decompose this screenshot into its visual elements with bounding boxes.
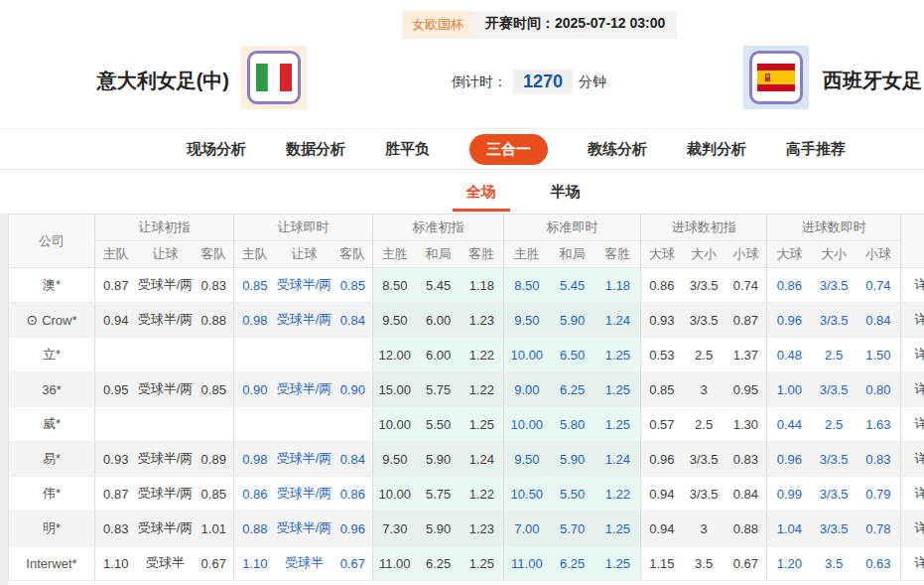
odds-cell: 8.50 bbox=[373, 268, 417, 303]
soccer-ball-icon: ⊙ bbox=[26, 312, 38, 328]
subtab-half-time[interactable]: 半场 bbox=[551, 171, 581, 214]
odds-cell: 10.00 bbox=[373, 407, 417, 442]
group-handicap-initial: 让球初指 bbox=[95, 215, 234, 241]
odds-cell: 1.18 bbox=[461, 268, 504, 303]
odds-cell: 6.25 bbox=[550, 372, 595, 407]
odds-cell: 受球半/两 bbox=[276, 372, 333, 407]
odds-cell bbox=[234, 407, 276, 442]
detail-link[interactable]: 详情 bbox=[901, 546, 924, 581]
group-standard-live: 标准即时 bbox=[504, 215, 641, 241]
detail-link[interactable]: 详情 bbox=[901, 303, 924, 338]
odds-cell: 10.50 bbox=[504, 477, 550, 512]
detail-link[interactable]: 详情 bbox=[901, 512, 924, 546]
col-draw: 和局 bbox=[550, 241, 595, 268]
odds-cell: 0.88 bbox=[234, 512, 276, 546]
odds-cell: 0.86 bbox=[234, 477, 276, 512]
odds-cell: 5.90 bbox=[550, 303, 595, 338]
tab-referee-analysis[interactable]: 裁判分析 bbox=[687, 140, 746, 159]
table-row: 澳*0.87受球半/两0.830.85受球半/两0.858.505.451.18… bbox=[9, 268, 924, 303]
odds-cell: 0.85 bbox=[195, 477, 234, 512]
odds-cell: 0.93 bbox=[641, 303, 683, 338]
odds-cell: 9.50 bbox=[373, 303, 417, 338]
odds-cell: 0.48 bbox=[767, 338, 812, 372]
odds-cell: 2.5 bbox=[812, 407, 857, 442]
company-header: 公司 bbox=[9, 215, 95, 268]
odds-cell: 5.45 bbox=[550, 268, 595, 303]
odds-cell: 0.85 bbox=[195, 372, 234, 407]
odds-cell: 10.00 bbox=[504, 338, 550, 372]
odds-cell: 9.00 bbox=[504, 372, 550, 407]
odds-cell: 3 bbox=[683, 372, 726, 407]
detail-link[interactable]: 详情 bbox=[901, 442, 924, 477]
odds-cell: 1.30 bbox=[726, 407, 767, 442]
tab-live-analysis[interactable]: 现场分析 bbox=[187, 140, 246, 159]
odds-cell: 3/3.5 bbox=[683, 268, 726, 303]
odds-cell: 受球半 bbox=[276, 546, 333, 581]
tab-three-in-one[interactable]: 三合一 bbox=[469, 134, 548, 165]
odds-page: 女欧国杯 开赛时间：2025-07-12 03:00 意大利女足(中) 倒计时：… bbox=[0, 0, 924, 585]
odds-cell: 5.45 bbox=[417, 268, 461, 303]
odds-cell: 0.67 bbox=[333, 546, 373, 581]
odds-cell: 1.22 bbox=[461, 477, 504, 512]
odds-cell: 0.86 bbox=[641, 268, 683, 303]
kickoff-time: 开赛时间：2025-07-12 03:00 bbox=[473, 11, 677, 39]
odds-cell bbox=[333, 407, 373, 442]
match-topbar: 女欧国杯 开赛时间：2025-07-12 03:00 bbox=[402, 11, 677, 39]
odds-cell: 9.50 bbox=[373, 442, 417, 477]
tab-win-draw-lose[interactable]: 胜平负 bbox=[385, 140, 430, 159]
odds-cell: 0.79 bbox=[857, 477, 901, 512]
odds-cell: 受球半 bbox=[137, 546, 195, 581]
odds-cell: 5.70 bbox=[550, 512, 595, 546]
countdown-label: 倒计时： bbox=[452, 73, 507, 91]
odds-cell: 1.23 bbox=[461, 512, 504, 546]
odds-cell: 0.98 bbox=[234, 442, 276, 477]
detail-link[interactable]: 详情 bbox=[901, 407, 924, 442]
odds-cell: 受球半/两 bbox=[276, 512, 333, 546]
odds-cell: 3/3.5 bbox=[683, 303, 726, 338]
odds-cell: 6.00 bbox=[417, 338, 461, 372]
detail-link[interactable]: 详情 bbox=[901, 338, 924, 372]
odds-cell: 1.37 bbox=[726, 338, 767, 372]
odds-cell: 5.75 bbox=[417, 372, 461, 407]
detail-link[interactable]: 详情 bbox=[901, 268, 924, 303]
subtab-full-time[interactable]: 全场 bbox=[466, 171, 496, 214]
company-cell: 易* bbox=[9, 442, 95, 477]
odds-cell: 0.90 bbox=[333, 372, 373, 407]
odds-cell: 0.94 bbox=[641, 512, 683, 546]
odds-cell: 0.83 bbox=[857, 442, 901, 477]
odds-cell: 3.5 bbox=[683, 546, 726, 581]
odds-cell: 1.18 bbox=[595, 268, 641, 303]
odds-cell: 1.10 bbox=[234, 546, 276, 581]
odds-cell: 3/3.5 bbox=[683, 477, 726, 512]
countdown-value: 1270 bbox=[513, 70, 573, 94]
italy-flag-icon bbox=[247, 51, 301, 104]
odds-cell: 3/3.5 bbox=[812, 303, 857, 338]
odds-cell: 受球半/两 bbox=[137, 512, 195, 546]
odds-cell: 1.22 bbox=[595, 477, 641, 512]
odds-cell: 0.96 bbox=[333, 512, 373, 546]
detail-link[interactable]: 详情 bbox=[901, 477, 924, 512]
odds-cell: 0.87 bbox=[95, 268, 137, 303]
odds-cell: 1.24 bbox=[595, 442, 641, 477]
odds-cell: 0.99 bbox=[767, 477, 812, 512]
col-under: 小球 bbox=[857, 241, 901, 268]
col-home: 主队 bbox=[95, 241, 137, 268]
odds-table-body: 澳*0.87受球半/两0.830.85受球半/两0.858.505.451.18… bbox=[9, 268, 924, 581]
odds-cell: 1.23 bbox=[461, 303, 504, 338]
odds-cell: 0.85 bbox=[641, 372, 683, 407]
odds-cell: 0.83 bbox=[195, 268, 234, 303]
odds-cell bbox=[137, 407, 195, 442]
home-team-name: 意大利女足(中) bbox=[84, 68, 229, 94]
odds-cell: 5.90 bbox=[550, 442, 595, 477]
odds-cell: 0.83 bbox=[726, 442, 767, 477]
tab-data-analysis[interactable]: 数据分析 bbox=[286, 140, 345, 159]
odds-cell: 6.00 bbox=[417, 303, 461, 338]
home-flag-box bbox=[241, 46, 307, 109]
odds-cell bbox=[234, 338, 276, 372]
odds-cell: 1.10 bbox=[95, 546, 137, 581]
odds-cell: 5.50 bbox=[417, 407, 461, 442]
odds-cell: 1.25 bbox=[461, 546, 504, 581]
detail-link[interactable]: 详情 bbox=[901, 372, 924, 407]
tab-coach-analysis[interactable]: 教练分析 bbox=[588, 140, 647, 159]
tab-expert-recommend[interactable]: 高手推荐 bbox=[786, 140, 846, 159]
